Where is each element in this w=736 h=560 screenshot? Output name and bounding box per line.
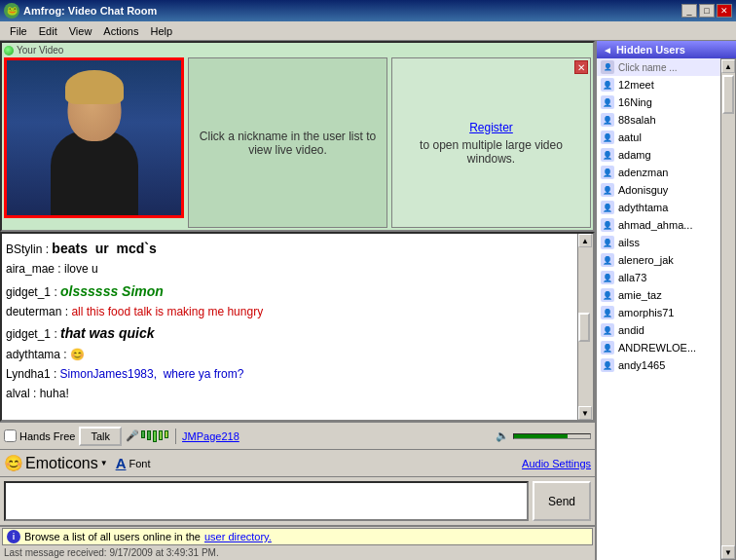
chat-line: aira_mae : ilove u — [6, 260, 573, 279]
audio-settings-link[interactable]: Audio Settings — [522, 458, 591, 469]
username-amorphis: amorphis71 — [618, 307, 674, 318]
font-button[interactable]: A Font — [116, 455, 151, 471]
audio-bar-segment — [141, 430, 145, 438]
user-list-item[interactable]: 👤 andy1465 — [597, 356, 720, 374]
scroll-up-button[interactable]: ▲ — [721, 59, 735, 73]
username-adonisguy: Adonisguy — [618, 184, 668, 196]
maximize-button[interactable]: □ — [699, 4, 715, 18]
send-button[interactable]: Send — [533, 481, 591, 521]
username-link[interactable]: JMPage218 — [182, 430, 239, 442]
user-list-item[interactable]: 👤 amie_taz — [597, 286, 720, 304]
hands-free-text: Hands Free — [19, 430, 75, 442]
username-ahmad: ahmad_ahma... — [618, 219, 692, 231]
user-list-item[interactable]: 👤 amorphis71 — [597, 304, 720, 321]
user-list-item[interactable]: 👤 andid — [597, 321, 720, 339]
user-list-item[interactable]: 👤 12meet — [597, 76, 720, 93]
menu-help[interactable]: Help — [144, 23, 178, 39]
user-list-item[interactable]: 👤 Adonisguy — [597, 181, 720, 199]
window-title: Amfrog: Video Chat Room — [23, 5, 681, 17]
dropdown-arrow-icon: ▼ — [100, 459, 108, 467]
register-prompt-stream: ✕ Register to open multiple large video … — [391, 57, 591, 228]
close-stream-button[interactable]: ✕ — [574, 60, 588, 74]
input-area: Send — [0, 476, 595, 525]
talk-button[interactable]: Talk — [79, 427, 122, 446]
emoticons-button[interactable]: 😊 Emoticons ▼ — [4, 454, 108, 472]
username-12meet: 12meet — [618, 79, 654, 91]
user-avatar: 👤 — [601, 236, 614, 249]
register-link[interactable]: Register — [469, 121, 513, 134]
user-avatar: 👤 — [601, 166, 614, 179]
volume-track[interactable] — [513, 433, 591, 439]
minimize-button[interactable]: _ — [681, 4, 697, 18]
scroll-up-button[interactable]: ▲ — [578, 234, 592, 247]
scroll-down-button[interactable]: ▼ — [578, 406, 592, 420]
info-icon: i — [7, 530, 20, 543]
left-panel: Your Video — [0, 41, 595, 560]
status-top: i Browse a list of all users online in t… — [2, 528, 593, 545]
hands-free-checkbox[interactable] — [4, 429, 17, 442]
right-panel: ◄ Hidden Users 👤 Click name ... 👤 12meet… — [595, 41, 736, 560]
mic-icon: 🎤 — [126, 429, 139, 442]
chat-line: Lyndha1 : SimonJames1983, where ya from? — [6, 365, 573, 384]
hands-free-label[interactable]: Hands Free — [4, 429, 75, 442]
username-88salah: 88salah — [618, 114, 656, 126]
user-list-item[interactable]: 👤 ANDREWLOE... — [597, 339, 720, 356]
chat-scrollbar[interactable]: ▲ ▼ — [577, 234, 593, 420]
username-amie: amie_taz — [618, 289, 662, 301]
user-list: 👤 Click name ... 👤 12meet 👤 16Ning 👤 88s… — [597, 58, 720, 560]
user-avatar: 👤 — [601, 60, 614, 74]
user-avatar: 👤 — [601, 218, 614, 232]
user-list-item[interactable]: 👤 aatul — [597, 129, 720, 146]
scroll-thumb[interactable] — [578, 313, 590, 342]
chat-line: gidget_1 : olssssss Simon — [6, 280, 573, 302]
divider — [174, 429, 176, 444]
user-list-item[interactable]: 👤 alla73 — [597, 269, 720, 286]
emoticons-label: Emoticons — [25, 455, 98, 472]
user-list-item[interactable]: 👤 adenzman — [597, 164, 720, 181]
username-andy: andy1465 — [618, 359, 665, 371]
user-avatar: 👤 — [601, 306, 614, 319]
titlebar-buttons: _ □ ✕ — [681, 4, 732, 18]
user-list-item[interactable]: 👤 adythtama — [597, 199, 720, 216]
scroll-thumb[interactable] — [722, 75, 734, 114]
menu-edit[interactable]: Edit — [33, 23, 63, 39]
scroll-down-button[interactable]: ▼ — [721, 545, 735, 559]
font-icon: A — [116, 455, 127, 471]
audio-bar-segment — [147, 430, 151, 440]
user-list-item[interactable]: 👤 ailss — [597, 234, 720, 251]
user-list-item[interactable]: 👤 16Ning — [597, 93, 720, 111]
username-adythtama: adythtama — [618, 202, 668, 213]
username-16ning: 16Ning — [618, 96, 652, 108]
user-avatar: 👤 — [601, 183, 614, 197]
chat-input[interactable] — [4, 481, 529, 521]
user-avatar: 👤 — [601, 271, 614, 284]
user-directory-link[interactable]: user directory. — [204, 531, 272, 542]
audio-bar — [141, 430, 168, 442]
user-list-item[interactable]: 👤 ahmad_ahma... — [597, 216, 720, 234]
titlebar: 🐸 Amfrog: Video Chat Room _ □ ✕ — [0, 0, 736, 21]
menu-view[interactable]: View — [63, 23, 98, 39]
controls-bar: Hands Free Talk 🎤 JMPage218 🔈 — [0, 422, 595, 449]
menu-file[interactable]: File — [4, 23, 33, 39]
close-button[interactable]: ✕ — [717, 4, 732, 18]
menu-actions[interactable]: Actions — [97, 23, 144, 39]
status-bottom: Last message received: 9/17/2009 at 3:49… — [0, 546, 595, 559]
user-list-item[interactable]: 👤 adamg — [597, 146, 720, 164]
chat-line: deuterman : all this food talk is making… — [6, 303, 573, 321]
video-label: Your Video — [4, 45, 591, 56]
nickname-prompt-stream: Click a nickname in the user list to vie… — [188, 57, 387, 228]
chat-line: adythtama : 😊 — [6, 346, 573, 364]
chat-line: BStylin : beats ur mcd`s — [6, 238, 573, 259]
user-list-item[interactable]: 👤 alenero_jak — [597, 251, 720, 269]
user-list-item[interactable]: 👤 88salah — [597, 111, 720, 129]
username-adamg: adamg — [618, 149, 651, 161]
user-avatar: 👤 — [601, 78, 614, 92]
user-avatar: 👤 — [601, 148, 614, 162]
main-container: Your Video — [0, 41, 736, 560]
username-alla73: alla73 — [618, 272, 646, 283]
chat-line: gidget_1 : that was quick — [6, 322, 573, 344]
video-placeholder — [7, 60, 181, 215]
username-andid: andid — [618, 324, 644, 336]
audio-bar-segment — [153, 430, 157, 442]
user-list-scrollbar[interactable]: ▲ ▼ — [720, 58, 736, 560]
